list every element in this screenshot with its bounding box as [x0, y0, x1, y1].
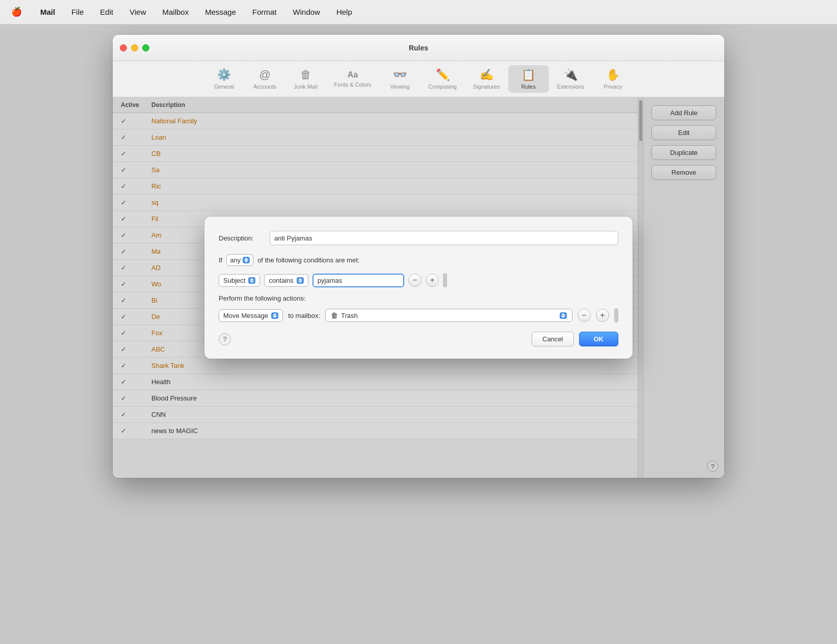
to-mailbox-label: to mailbox: — [288, 312, 320, 319]
if-row: If any of the following conditions are m… — [219, 254, 618, 266]
add-action-button[interactable]: + — [596, 309, 609, 322]
contains-arrow-down — [298, 281, 302, 283]
menu-view[interactable]: View — [126, 6, 149, 18]
mailbox-value: Trash — [341, 312, 358, 319]
close-button[interactable] — [120, 44, 127, 51]
any-dropdown-value: any — [230, 256, 241, 264]
content-area: Active Description ✓ National Family ✓ L… — [113, 97, 724, 478]
remove-action-button[interactable]: − — [578, 309, 591, 322]
footer-buttons: Cancel OK — [532, 332, 618, 346]
menu-message[interactable]: Message — [202, 6, 239, 18]
accounts-icon: @ — [259, 68, 270, 82]
action-type-value: Move Message — [223, 312, 268, 319]
arrow-down-icon — [244, 260, 248, 262]
toolbar-extensions-label: Extensions — [557, 84, 585, 90]
modal-dialog: Description: If any of the following con… — [204, 217, 633, 359]
mailbox-dropdown-arrows — [560, 312, 567, 319]
toolbar-signatures[interactable]: ✍️ Signatures — [465, 65, 508, 93]
toolbar: ⚙️ General @ Accounts 🗑 Junk Mail Aa Fon… — [113, 61, 724, 97]
minimize-button[interactable] — [131, 44, 138, 51]
window-title: Rules — [409, 44, 428, 52]
mailbox-arrow-up — [561, 313, 565, 315]
main-window: Rules ⚙️ General @ Accounts 🗑 Junk Mail … — [113, 35, 724, 478]
privacy-icon: ✋ — [606, 68, 620, 82]
toolbar-composing-label: Composing — [428, 84, 457, 90]
composing-icon: ✏️ — [436, 68, 450, 82]
ok-button[interactable]: OK — [579, 332, 619, 346]
menu-help[interactable]: Help — [333, 6, 355, 18]
subject-dropdown[interactable]: Subject — [219, 274, 260, 287]
junkmail-icon: 🗑 — [300, 68, 311, 82]
contains-dropdown-value: contains — [269, 277, 293, 284]
if-label: If — [219, 256, 222, 264]
action-row: Move Message to mailbox: 🗑 Trash — [219, 308, 618, 323]
add-condition-button[interactable]: + — [426, 274, 439, 287]
modal-footer: ? Cancel OK — [219, 332, 618, 346]
action-scrollbar[interactable] — [614, 308, 618, 323]
contains-dropdown-arrows — [297, 277, 304, 284]
description-input[interactable] — [270, 231, 618, 245]
signatures-icon: ✍️ — [480, 68, 493, 82]
condition-value-input[interactable] — [312, 274, 404, 287]
toolbar-junkmail[interactable]: 🗑 Junk Mail — [285, 65, 326, 93]
toolbar-signatures-label: Signatures — [473, 84, 500, 90]
menu-bar: 🍎 Mail File Edit View Mailbox Message Fo… — [0, 0, 837, 24]
mailbox-arrow-down — [561, 316, 565, 318]
subject-dropdown-arrows — [248, 277, 255, 284]
menu-mailbox[interactable]: Mailbox — [159, 6, 192, 18]
any-dropdown[interactable]: any — [226, 254, 253, 266]
contains-dropdown[interactable]: contains — [264, 274, 308, 287]
toolbar-extensions[interactable]: 🔌 Extensions — [549, 65, 593, 93]
toolbar-privacy[interactable]: ✋ Privacy — [592, 65, 633, 93]
toolbar-rules-label: Rules — [521, 84, 536, 90]
menu-window[interactable]: Window — [290, 6, 323, 18]
toolbar-composing[interactable]: ✏️ Composing — [420, 65, 465, 93]
description-label: Description: — [219, 234, 265, 242]
fonts-icon: Aa — [348, 70, 358, 79]
any-dropdown-arrows — [243, 257, 250, 263]
description-row: Description: — [219, 231, 618, 245]
conditions-text: of the following conditions are met: — [257, 256, 359, 264]
menu-mail[interactable]: Mail — [37, 6, 58, 18]
condition-scrollbar[interactable] — [443, 273, 447, 287]
toolbar-junkmail-label: Junk Mail — [294, 84, 317, 90]
arrow-up-icon — [244, 258, 248, 260]
apple-menu[interactable]: 🍎 — [8, 5, 25, 19]
toolbar-viewing-label: Viewing — [390, 84, 409, 90]
mailbox-dropdown[interactable]: 🗑 Trash — [325, 309, 572, 322]
menu-format[interactable]: Format — [249, 6, 280, 18]
action-type-dropdown[interactable]: Move Message — [219, 309, 283, 322]
title-bar: Rules — [113, 35, 724, 61]
toolbar-viewing[interactable]: 👓 Viewing — [379, 65, 420, 93]
toolbar-accounts-label: Accounts — [253, 84, 276, 90]
subject-dropdown-value: Subject — [223, 277, 245, 284]
menu-file[interactable]: File — [68, 6, 87, 18]
viewing-icon: 👓 — [393, 68, 407, 82]
toolbar-fonts-label: Fonts & Colors — [334, 82, 372, 88]
rules-icon: 📋 — [521, 68, 535, 82]
toolbar-privacy-label: Privacy — [604, 84, 622, 90]
extensions-icon: 🔌 — [564, 68, 578, 82]
action-arrow-up — [273, 313, 277, 315]
toolbar-general-label: General — [214, 84, 234, 90]
actions-label: Perform the following actions: — [219, 294, 618, 302]
action-arrow-down — [273, 316, 277, 318]
gear-icon: ⚙️ — [217, 68, 231, 82]
toolbar-fonts[interactable]: Aa Fonts & Colors — [326, 67, 380, 91]
toolbar-rules[interactable]: 📋 Rules — [508, 65, 549, 93]
subject-arrow-up — [250, 278, 254, 280]
cancel-button[interactable]: Cancel — [532, 332, 573, 346]
modal-help-button[interactable]: ? — [219, 333, 231, 345]
subject-arrow-down — [250, 281, 254, 283]
maximize-button[interactable] — [142, 44, 149, 51]
toolbar-accounts[interactable]: @ Accounts — [245, 65, 285, 93]
contains-arrow-up — [298, 278, 302, 280]
remove-condition-button[interactable]: − — [408, 274, 422, 287]
condition-row: Subject contains − — [219, 273, 618, 287]
trash-icon: 🗑 — [331, 311, 338, 319]
window-controls — [120, 44, 149, 51]
menu-edit[interactable]: Edit — [97, 6, 116, 18]
action-dropdown-arrows — [271, 312, 278, 319]
toolbar-general[interactable]: ⚙️ General — [204, 65, 245, 93]
modal-overlay: Description: If any of the following con… — [113, 97, 724, 478]
